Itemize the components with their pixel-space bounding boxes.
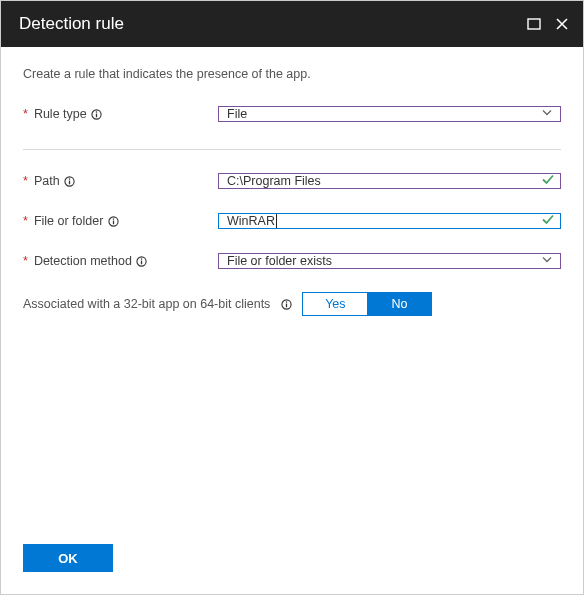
label-path: * Path xyxy=(23,174,218,188)
titlebar: Detection rule xyxy=(1,1,583,47)
svg-rect-14 xyxy=(286,303,287,307)
svg-rect-5 xyxy=(69,180,70,184)
toggle-label: Associated with a 32-bit app on 64-bit c… xyxy=(23,297,270,311)
file-or-folder-value: WinRAR xyxy=(227,214,275,228)
row-rule-type: * Rule type File xyxy=(23,99,561,129)
label-rule-type: * Rule type xyxy=(23,107,218,121)
row-path: * Path C:\Program Files xyxy=(23,166,561,196)
svg-rect-9 xyxy=(113,218,114,219)
label-text-rule-type: Rule type xyxy=(34,107,87,121)
info-icon[interactable] xyxy=(280,298,292,310)
ok-button[interactable]: OK xyxy=(23,544,113,572)
window-controls xyxy=(527,17,569,31)
dialog-content: Create a rule that indicates the presenc… xyxy=(1,47,583,532)
row-32bit-toggle: Associated with a 32-bit app on 64-bit c… xyxy=(23,292,561,316)
row-file-or-folder: * File or folder WinRAR xyxy=(23,206,561,236)
detection-method-value: File or folder exists xyxy=(227,254,332,268)
label-text-file-or-folder: File or folder xyxy=(34,214,103,228)
detection-method-select[interactable]: File or folder exists xyxy=(218,253,561,269)
svg-rect-12 xyxy=(141,258,142,259)
svg-rect-15 xyxy=(286,301,287,302)
info-icon[interactable] xyxy=(64,175,76,187)
info-icon[interactable] xyxy=(136,255,148,267)
info-icon[interactable] xyxy=(107,215,119,227)
svg-rect-3 xyxy=(96,111,97,112)
rule-type-value: File xyxy=(227,107,247,121)
svg-rect-6 xyxy=(69,178,70,179)
info-icon[interactable] xyxy=(91,108,103,120)
toggle-yes[interactable]: Yes xyxy=(303,293,367,315)
svg-rect-8 xyxy=(113,220,114,224)
file-or-folder-input[interactable]: WinRAR xyxy=(218,213,561,229)
required-marker: * xyxy=(23,254,28,268)
path-input[interactable]: C:\Program Files xyxy=(218,173,561,189)
svg-rect-11 xyxy=(141,260,142,264)
row-detection-method: * Detection method File or folder exists xyxy=(23,246,561,276)
label-file-or-folder: * File or folder xyxy=(23,214,218,228)
divider xyxy=(23,149,561,150)
path-value: C:\Program Files xyxy=(227,174,321,188)
required-marker: * xyxy=(23,214,28,228)
label-text-detection-method: Detection method xyxy=(34,254,132,268)
toggle-32bit: Yes No xyxy=(302,292,432,316)
close-icon[interactable] xyxy=(555,17,569,31)
dialog-title: Detection rule xyxy=(19,14,527,34)
rule-type-select[interactable]: File xyxy=(218,106,561,122)
dialog-footer: OK xyxy=(1,532,583,594)
required-marker: * xyxy=(23,107,28,121)
intro-text: Create a rule that indicates the presenc… xyxy=(23,67,561,81)
svg-rect-0 xyxy=(528,19,540,29)
label-detection-method: * Detection method xyxy=(23,254,218,268)
toggle-no[interactable]: No xyxy=(367,293,431,315)
svg-rect-2 xyxy=(96,113,97,117)
required-marker: * xyxy=(23,174,28,188)
label-text-path: Path xyxy=(34,174,60,188)
maximize-icon[interactable] xyxy=(527,17,541,31)
text-caret xyxy=(276,214,277,228)
